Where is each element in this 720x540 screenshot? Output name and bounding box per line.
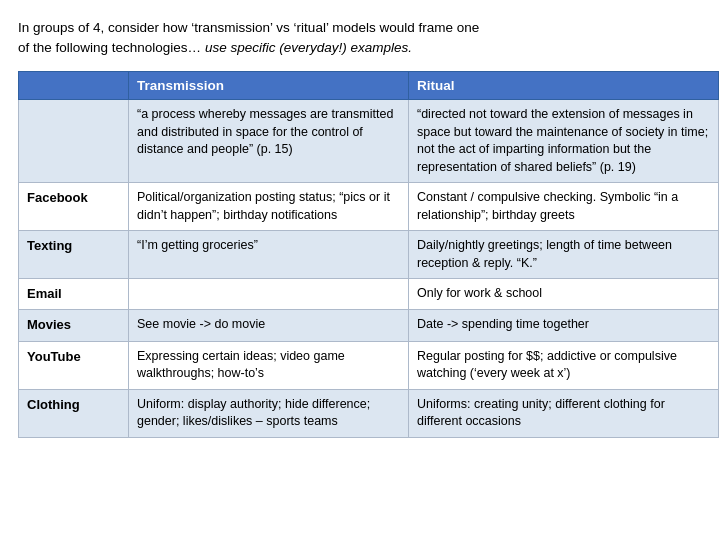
row-ritual: Uniforms: creating unity; different clot… <box>409 389 719 437</box>
table-row: “a process whereby messages are transmit… <box>19 100 719 183</box>
table-row: MoviesSee movie -> do movieDate -> spend… <box>19 310 719 341</box>
row-transmission: Uniform: display authority; hide differe… <box>129 389 409 437</box>
intro-line1: In groups of 4, consider how ‘transmissi… <box>18 20 479 35</box>
header-transmission: Transmission <box>129 72 409 100</box>
row-transmission: See movie -> do movie <box>129 310 409 341</box>
intro-text: In groups of 4, consider how ‘transmissi… <box>18 18 702 57</box>
intro-line2: of the following technologies… <box>18 40 205 55</box>
table-header-row: Transmission Ritual <box>19 72 719 100</box>
row-transmission: “a process whereby messages are transmit… <box>129 100 409 183</box>
row-transmission: Expressing certain ideas; video game wal… <box>129 341 409 389</box>
main-table: Transmission Ritual “a process whereby m… <box>18 71 719 437</box>
table-row: EmailOnly for work & school <box>19 279 719 310</box>
row-label: YouTube <box>19 341 129 389</box>
row-ritual: Daily/nightly greetings; length of time … <box>409 231 719 279</box>
intro-italic: use specific (everyday!) examples. <box>205 40 412 55</box>
row-transmission: Political/organization posting status; “… <box>129 183 409 231</box>
row-ritual: “directed not toward the extension of me… <box>409 100 719 183</box>
row-label: Facebook <box>19 183 129 231</box>
row-ritual: Constant / compulsive checking. Symbolic… <box>409 183 719 231</box>
row-ritual: Only for work & school <box>409 279 719 310</box>
row-ritual: Regular posting for $$; addictive or com… <box>409 341 719 389</box>
row-ritual: Date -> spending time together <box>409 310 719 341</box>
table-row: ClothingUniform: display authority; hide… <box>19 389 719 437</box>
row-transmission: “I’m getting groceries” <box>129 231 409 279</box>
row-label: Clothing <box>19 389 129 437</box>
row-label: Movies <box>19 310 129 341</box>
row-label: Texting <box>19 231 129 279</box>
header-ritual: Ritual <box>409 72 719 100</box>
table-row: YouTubeExpressing certain ideas; video g… <box>19 341 719 389</box>
row-label <box>19 100 129 183</box>
table-row: FacebookPolitical/organization posting s… <box>19 183 719 231</box>
row-transmission <box>129 279 409 310</box>
header-label <box>19 72 129 100</box>
row-label: Email <box>19 279 129 310</box>
table-row: Texting“I’m getting groceries”Daily/nigh… <box>19 231 719 279</box>
